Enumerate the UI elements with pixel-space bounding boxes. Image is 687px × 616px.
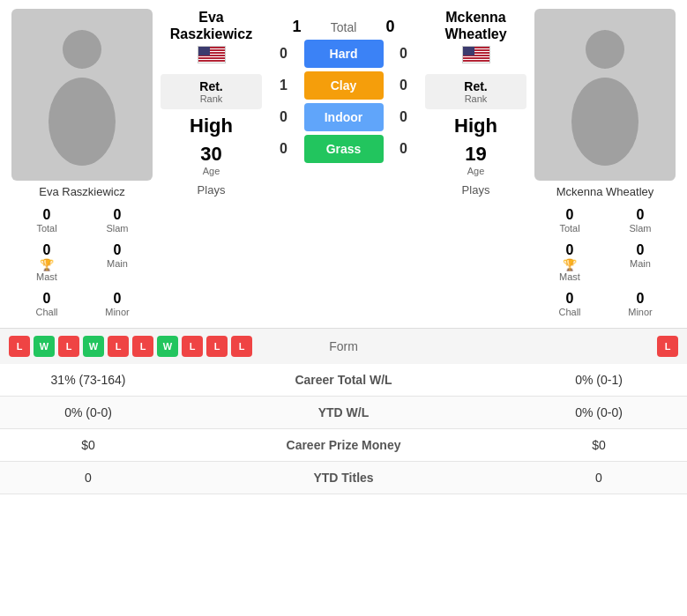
right-stats-row3: 0 Chall 0 Minor bbox=[534, 287, 676, 321]
left-form-badges: L W L W L L W L L L bbox=[9, 336, 273, 357]
left-total: 1 bbox=[284, 18, 310, 36]
right-info-col: Mckenna Wheatley Ret. Rank High 19 Age P… bbox=[425, 9, 526, 197]
clay-badge: Clay bbox=[304, 71, 384, 100]
total-label: Total bbox=[317, 20, 370, 34]
left-stat-total: 0 Total bbox=[11, 204, 82, 237]
svg-point-3 bbox=[571, 78, 638, 166]
left-clay-val: 1 bbox=[271, 78, 297, 93]
right-trophy-icon: 🏆 bbox=[563, 258, 577, 271]
ytd-wl-right: 0% (0-0) bbox=[511, 397, 687, 429]
top-layout: Eva Raszkiewicz 0 Total 0 Slam 0 🏆 bbox=[0, 0, 687, 328]
right-stat-minor: 0 Minor bbox=[605, 287, 676, 321]
titles-left: 0 bbox=[0, 462, 176, 494]
titles-right: 0 bbox=[511, 462, 687, 494]
left-ret-rank-box: Ret. Rank bbox=[161, 74, 262, 109]
left-flag bbox=[198, 46, 226, 63]
right-total: 0 bbox=[377, 18, 404, 36]
left-player-col: Eva Raszkiewicz 0 Total 0 Slam 0 🏆 bbox=[7, 9, 157, 321]
left-stat-slam: 0 Slam bbox=[82, 204, 153, 237]
grass-badge: Grass bbox=[304, 135, 384, 163]
left-hard-val: 0 bbox=[271, 46, 297, 62]
right-ret-rank-box: Ret. Rank bbox=[425, 74, 526, 109]
right-clay-val: 0 bbox=[391, 78, 417, 93]
right-plays: Plays bbox=[462, 183, 490, 197]
right-age: 19 Age bbox=[465, 143, 486, 176]
stats-row-1: 31% (73-164) Career Total W/L 0% (0-1) bbox=[0, 364, 687, 397]
right-high: High bbox=[454, 115, 497, 137]
left-form-badge-4: W bbox=[83, 336, 104, 357]
left-form-badge-5: L bbox=[108, 336, 129, 357]
right-form-badges: L bbox=[414, 336, 679, 357]
prize-right: $0 bbox=[511, 429, 687, 462]
left-stats-row2: 0 🏆 Mast 0 Main bbox=[11, 239, 153, 286]
right-name-display: Mckenna Wheatley bbox=[444, 9, 506, 42]
right-stat-slam: 0 Slam bbox=[605, 204, 676, 237]
left-trophy-icon: 🏆 bbox=[40, 258, 54, 271]
svg-point-0 bbox=[63, 30, 101, 69]
court-indoor-row: 0 Indoor 0 bbox=[271, 103, 417, 131]
left-stats-row3: 0 Chall 0 Minor bbox=[11, 287, 153, 321]
svg-point-1 bbox=[49, 78, 116, 166]
form-section: L W L W L L W L L L Form L bbox=[0, 328, 687, 364]
right-stat-chall: 0 Chall bbox=[534, 287, 605, 321]
court-grass-row: 0 Grass 0 bbox=[271, 135, 417, 163]
left-form-badge-9: L bbox=[206, 336, 228, 357]
left-stat-main: 0 Main bbox=[82, 239, 153, 286]
left-form-badge-8: L bbox=[182, 336, 203, 357]
court-clay-row: 1 Clay 0 bbox=[271, 71, 417, 100]
left-player-photo bbox=[11, 9, 153, 181]
left-form-badge-2: W bbox=[34, 336, 55, 357]
right-player-name: Mckenna Wheatley bbox=[556, 185, 654, 198]
right-grass-val: 0 bbox=[391, 141, 417, 157]
left-name-display: Eva Raszkiewicz bbox=[170, 9, 252, 42]
left-player-name: Eva Raszkiewicz bbox=[39, 185, 125, 198]
right-indoor-val: 0 bbox=[391, 109, 417, 125]
prize-label: Career Prize Money bbox=[176, 429, 511, 462]
left-stat-chall: 0 Chall bbox=[11, 287, 82, 321]
left-form-badge-6: L bbox=[132, 336, 153, 357]
indoor-badge: Indoor bbox=[304, 103, 384, 131]
left-stats-row1: 0 Total 0 Slam bbox=[11, 204, 153, 237]
main-container: Eva Raszkiewicz 0 Total 0 Slam 0 🏆 bbox=[0, 0, 687, 494]
left-high: High bbox=[190, 115, 233, 137]
career-wl-left: 31% (73-164) bbox=[0, 364, 176, 397]
stats-row-2: 0% (0-0) YTD W/L 0% (0-0) bbox=[0, 397, 687, 429]
left-indoor-val: 0 bbox=[271, 109, 297, 125]
right-stats-row1: 0 Total 0 Slam bbox=[534, 204, 676, 237]
left-plays: Plays bbox=[198, 183, 226, 197]
right-player-photo bbox=[534, 9, 676, 181]
left-grass-val: 0 bbox=[271, 141, 297, 157]
left-form-badge-3: L bbox=[58, 336, 79, 357]
right-flag-canton bbox=[463, 47, 474, 56]
total-row: 1 Total 0 bbox=[284, 18, 404, 36]
right-stats-row2: 0 🏆 Mast 0 Main bbox=[534, 239, 676, 286]
prize-left: $0 bbox=[0, 429, 176, 462]
ytd-wl-left: 0% (0-0) bbox=[0, 397, 176, 429]
court-hard-row: 0 Hard 0 bbox=[271, 40, 417, 68]
stats-table: 31% (73-164) Career Total W/L 0% (0-1) 0… bbox=[0, 364, 687, 494]
ytd-wl-label: YTD W/L bbox=[176, 397, 511, 429]
right-flag bbox=[462, 46, 490, 63]
left-form-badge-7: W bbox=[157, 336, 178, 357]
career-wl-right: 0% (0-1) bbox=[511, 364, 687, 397]
right-stat-total: 0 Total bbox=[534, 204, 605, 237]
right-stat-mast: 0 🏆 Mast bbox=[534, 239, 605, 286]
right-hard-val: 0 bbox=[391, 46, 417, 62]
left-stat-mast: 0 🏆 Mast bbox=[11, 239, 82, 286]
left-stat-minor: 0 Minor bbox=[82, 287, 153, 321]
courts-col: 1 Total 0 0 Hard 0 1 Clay 0 0 Indoor 0 bbox=[265, 9, 422, 167]
left-flag-canton bbox=[198, 47, 210, 56]
left-age: 30 Age bbox=[200, 143, 221, 176]
left-info-col: Eva Raszkiewicz Ret. Rank High 30 Age Pl… bbox=[161, 9, 262, 197]
right-stat-main: 0 Main bbox=[605, 239, 676, 286]
form-label: Form bbox=[273, 339, 414, 353]
hard-badge: Hard bbox=[304, 40, 384, 68]
career-wl-label: Career Total W/L bbox=[176, 364, 511, 397]
titles-label: YTD Titles bbox=[176, 462, 511, 494]
left-form-badge-1: L bbox=[9, 336, 30, 357]
stats-row-4: 0 YTD Titles 0 bbox=[0, 462, 687, 494]
stats-row-3: $0 Career Prize Money $0 bbox=[0, 429, 687, 462]
left-form-badge-10: L bbox=[231, 336, 252, 357]
svg-point-2 bbox=[586, 30, 624, 69]
right-player-col: Mckenna Wheatley 0 Total 0 Slam 0 🏆 bbox=[530, 9, 680, 321]
